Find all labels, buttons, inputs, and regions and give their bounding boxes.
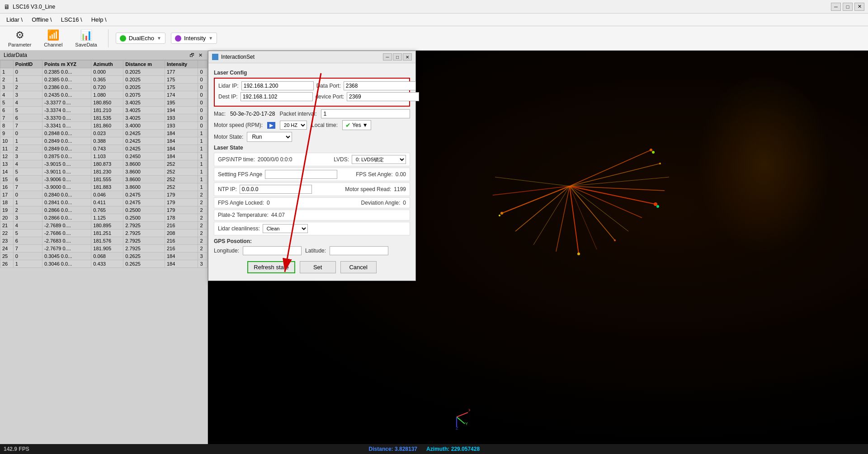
plate-temp-row: Plate-2 Temperature: 44.07 [214,210,410,220]
lidar-clean-select[interactable]: Clean Dirty [263,224,308,233]
savedata-button[interactable]: 📊 SaveData [71,28,100,49]
channel-button[interactable]: 📶 Channel [40,28,66,49]
distance-value: 3.828137 [395,446,417,452]
parameter-icon: ⚙ [15,29,24,41]
dialog-minimize-button[interactable]: ─ [383,53,392,61]
dialog-title: InteractionSet [221,54,255,60]
app-title: LSC16 V3.0_Line [13,4,55,10]
maximize-button[interactable]: □ [843,3,853,11]
dialog-win-controls: ─ □ ✕ [383,53,412,61]
menu-lidar[interactable]: Lidar \ [2,14,27,25]
setting-fps-input[interactable] [265,170,337,179]
laser-state-label: Laser State [214,145,410,151]
motor-speed-select[interactable]: 20 HZ 10 HZ [280,121,307,130]
dest-ip-label: Dest IP: [218,94,238,100]
dualecho-arrow-icon: ▼ [157,36,161,41]
motor-state-row: Motor State: Run Stop [214,132,410,142]
dialog-body: Laser Config Lidar IP: Data Port: Dest I… [208,63,415,281]
status-bar: 142.9 FPS Distance: 3.828137 Azimuth: 22… [0,444,868,454]
parameter-button[interactable]: ⚙ Parameter [5,28,35,49]
cancel-button[interactable]: Cancel [340,261,377,273]
main-area: LidarData 🗗 ✕ PointID Points m XYZ Azimu… [0,51,868,444]
azimuth-display: Azimuth: 229.057428 [426,446,480,452]
fps-set-angle-label: FPS Set Angle: [356,171,392,178]
dialog-icon [212,54,218,60]
longitude-input[interactable] [243,246,302,255]
motor-state-select[interactable]: Run Stop [247,132,292,142]
local-time-label: Local time: [311,122,338,128]
distance-display: Distance: 3.828137 [369,446,417,452]
local-time-yes-button[interactable]: ✔ Yes ▼ [342,120,371,130]
motor-speed-read-label: Motor speed Read: [345,186,391,192]
laser-config-label: Laser Config [214,70,410,76]
distance-label: Distance: [369,446,393,452]
dualecho-dropdown[interactable]: DualEcho ▼ [116,33,165,44]
yes-check-icon: ✔ [345,122,351,129]
yes-dropdown-icon: ▼ [363,122,368,128]
fps-angle-row: FPS Angle Locked: 0 Deviation Angle: 0 [214,197,410,208]
device-port-input[interactable] [347,92,419,101]
motor-state-label: Motor State: [214,134,243,140]
gps-position-label: GPS Posotion: [214,238,410,244]
menu-lsc16[interactable]: LSC16 \ [57,14,87,25]
ntp-ip-input[interactable] [240,185,312,194]
gps-ntp-value: 2000/0/0 0:0:0 [258,156,292,163]
dialog-maximize-button[interactable]: □ [393,53,402,61]
savedata-icon: 📊 [80,29,92,41]
toolbar: ⚙ Parameter 📶 Channel 📊 SaveData DualEch… [0,26,868,51]
packet-interval-input[interactable] [321,109,410,118]
motor-speed-read-value: 1199 [394,186,406,192]
lvds-label: LVDS: [334,156,349,163]
latitude-input[interactable] [330,246,388,255]
channel-label: Channel [44,42,62,47]
mac-value: 50-3e-7c-20-17-28 [230,111,275,117]
gps-coords-row: Longitude: Latitude: [214,246,410,255]
dualecho-icon [120,35,126,42]
dest-ip-row: Dest IP: device Port: [218,92,406,101]
set-button[interactable]: Set [300,261,336,273]
motor-speed-label: Motor speed (RPM): [214,122,263,128]
dialog-buttons: Refresh state Set Cancel [214,257,410,277]
rpm-display: ▶ [267,122,275,129]
longitude-label: Longitude: [214,248,239,254]
close-button[interactable]: ✕ [854,3,864,11]
menu-bar: Lidar \ Offline \ LSC16 \ Help \ [0,14,868,26]
data-port-input[interactable] [344,81,416,90]
intensity-dropdown[interactable]: Intensity ▼ [171,33,217,44]
deviation-angle-label: Deviation Angle: [361,200,401,206]
ntp-ip-row: NTP IP: Motor speed Read: 1199 [214,183,410,196]
lidar-ip-input[interactable] [241,81,314,90]
channel-icon: 📶 [47,29,59,41]
lvds-select[interactable]: 0: LVDS锁定 1: LVDS解锁 [352,155,406,164]
dialog-overlay: InteractionSet ─ □ ✕ Laser Config Lidar … [0,51,868,444]
fps-angle-locked-value: 0 [267,200,270,206]
intensity-icon [175,35,181,42]
dialog-titlebar: InteractionSet ─ □ ✕ [208,51,415,63]
dialog-close-button[interactable]: ✕ [403,53,412,61]
gps-ntp-row: GPS\NTP time: 2000/0/0 0:0:0 LVDS: 0: LV… [214,153,410,166]
minimize-button[interactable]: ─ [831,3,841,11]
deviation-angle-value: 0 [403,200,406,206]
app-icon: 🖥 [4,3,10,10]
dualecho-label: DualEcho [129,35,154,42]
plate2-temp-value: 44.07 [271,212,285,218]
toolbar-separator [108,29,108,47]
refresh-state-button[interactable]: Refresh state [247,261,295,273]
motor-speed-row: Motor speed (RPM): ▶ 20 HZ 10 HZ Local t… [214,120,410,130]
packet-interval-label: Packet interval: [279,111,316,117]
parameter-label: Parameter [8,42,31,47]
mac-row: Mac: 50-3e-7c-20-17-28 Packet interval: [214,109,410,118]
fps-set-angle-value: 0.00 [396,171,406,178]
dest-ip-input[interactable] [241,92,313,101]
menu-help[interactable]: Help \ [87,14,111,25]
menu-offline[interactable]: Offline \ [27,14,57,25]
local-time-value: Yes [352,122,361,128]
lidar-clean-label: Lidar cleanliness: [218,225,260,232]
intensity-arrow-icon: ▼ [208,36,213,41]
status-coords: Distance: 3.828137 Azimuth: 229.057428 [369,446,480,452]
azimuth-value: 229.057428 [451,446,480,452]
fps-display: 142.9 FPS [4,446,29,452]
data-port-label: Data Port: [316,83,341,89]
config-box: Lidar IP: Data Port: Dest IP: device Por… [214,78,410,107]
intensity-label: Intensity [184,35,206,42]
